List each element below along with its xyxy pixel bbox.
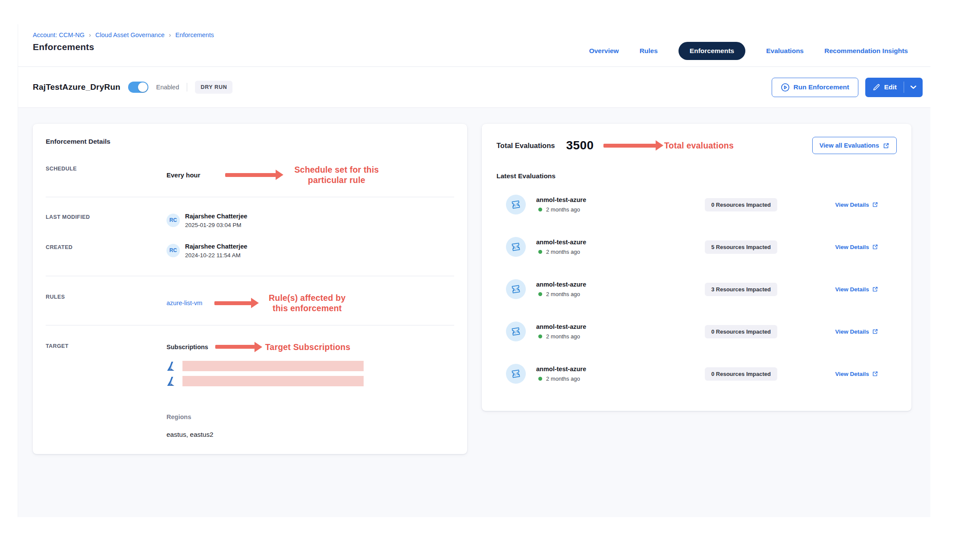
schedule-value-line: Every hour Schedule set for this particu… [166,164,454,186]
pencil-icon [873,83,880,91]
enabled-toggle[interactable] [128,82,148,93]
external-link-icon [872,286,878,292]
edit-label: Edit [884,83,897,91]
tab-enforcements[interactable]: Enforcements [678,42,745,60]
tab-overview[interactable]: Overview [589,47,619,55]
evaluation-rule-icon: </> [506,364,526,384]
evaluation-row: </> anmol-test-azure 2 months ago 0 Reso… [506,353,897,395]
evaluation-name: anmol-test-azure [536,281,666,288]
regions-label: Regions [166,413,454,420]
latest-evaluations-list: </> anmol-test-azure 2 months ago 0 Reso… [496,183,897,395]
edit-menu-toggle[interactable] [904,85,923,89]
evaluation-rule-icon: </> [506,237,526,257]
breadcrumb-enforcements[interactable]: Enforcements [175,32,214,38]
created-row: CREATED RC Rajarshee Chatterjee 2024-10-… [46,243,454,259]
redacted-subscription-name [182,376,364,386]
view-all-label: View all Evaluations [820,142,879,149]
rules-label: RULES [46,293,166,300]
view-all-evaluations-button[interactable]: View all Evaluations [812,137,897,154]
svg-text:</>: </> [512,372,520,377]
time-ago: 2 months ago [546,333,580,340]
evaluation-row: </> anmol-test-azure 2 months ago 0 Reso… [506,183,897,226]
external-link-icon [872,371,878,377]
created-label: CREATED [46,243,166,250]
run-enforcement-label: Run Enforcement [794,83,849,91]
view-details-link[interactable]: View Details [835,286,878,293]
svg-text:</>: </> [512,245,520,250]
time-ago: 2 months ago [546,249,580,255]
external-link-icon [872,328,878,334]
annotation-arrow [214,301,251,305]
evaluation-name: anmol-test-azure [536,239,666,246]
evaluation-rule-icon: </> [506,195,526,215]
evaluation-name: anmol-test-azure [536,323,666,330]
evaluations-card: Total Evaluations 3500 Total evaluations… [482,124,911,411]
annotation-arrow [603,144,656,148]
svg-text:</>: </> [512,287,520,292]
enforcement-header-bar: RajTestAzure_DryRun Enabled DRY RUN Run … [18,67,930,108]
breadcrumb-account[interactable]: Account: CCM-NG [33,32,85,38]
evaluation-time: 2 months ago [536,333,666,340]
view-details-link[interactable]: View Details [835,202,878,208]
evaluation-name-block: anmol-test-azure 2 months ago [536,366,666,382]
resources-impacted-badge: 0 Resources Impacted [705,367,777,381]
breadcrumb-title-block: Account: CCM-NG › Cloud Asset Governance… [33,31,214,66]
evaluations-header: Total Evaluations 3500 Total evaluations… [496,137,897,154]
person-text: Rajarshee Chatterjee 2025-01-29 03:04 PM [185,213,247,228]
tab-recommendation-insights[interactable]: Recommendation Insights [824,47,908,55]
external-link-icon [872,244,878,250]
rules-value-line: azure-list-vm Rule(s) affected by this e… [166,293,454,314]
link-cell: View Details [817,328,897,335]
redacted-subscription-name [182,361,364,371]
view-details-label: View Details [835,202,869,208]
person-date: 2025-01-29 03:04 PM [185,222,247,228]
breadcrumb-cloud-asset-governance[interactable]: Cloud Asset Governance [95,32,164,38]
schedule-value: Every hour [166,171,200,179]
view-details-label: View Details [835,328,869,335]
svg-text:</>: </> [512,329,520,334]
annotation-arrow [225,173,276,177]
tab-evaluations[interactable]: Evaluations [766,47,804,55]
tab-rules[interactable]: Rules [640,47,658,55]
view-details-link[interactable]: View Details [835,371,878,377]
resources-impacted-badge: 3 Resources Impacted [705,283,777,296]
status-dot [538,208,542,211]
enforcement-header-actions: Run Enforcement Edit [772,78,923,97]
view-details-link[interactable]: View Details [835,328,878,335]
status-dot [538,334,542,338]
status-dot [538,250,542,254]
evaluation-row: </> anmol-test-azure 2 months ago 3 Reso… [506,268,897,310]
external-link-icon [883,142,889,149]
resources-impacted-badge: 0 Resources Impacted [705,325,777,338]
evaluation-name-block: anmol-test-azure 2 months ago [536,239,666,255]
avatar: RC [166,214,180,227]
target-type-line: Subscriptions Target Subscriptions [166,342,454,352]
rule-link[interactable]: azure-list-vm [166,300,202,306]
view-details-link[interactable]: View Details [835,244,878,250]
external-link-icon [872,202,878,208]
chevron-down-icon [910,85,917,89]
evaluation-time: 2 months ago [536,291,666,297]
edit-split-button[interactable]: Edit [865,78,923,97]
breadcrumb-separator: › [169,31,171,38]
time-ago: 2 months ago [546,375,580,382]
view-details-label: View Details [835,244,869,250]
link-cell: View Details [817,202,897,208]
annotation-arrow [215,345,255,349]
edit-button[interactable]: Edit [865,83,904,91]
schedule-label: SCHEDULE [46,164,166,172]
total-evaluations-value: 3500 [566,139,594,152]
subscription-item [166,361,454,372]
run-enforcement-button[interactable]: Run Enforcement [772,78,858,97]
evaluation-row: </> anmol-test-azure 2 months ago 0 Reso… [506,310,897,353]
status-dot [538,377,542,381]
link-cell: View Details [817,371,897,377]
enforcement-name: RajTestAzure_DryRun [33,82,120,92]
impact-cell: 0 Resources Impacted [666,198,817,211]
azure-icon [166,361,177,372]
subscription-item [166,376,454,387]
toggle-knob [138,82,148,92]
evaluation-rule-icon: </> [506,322,526,341]
link-cell: View Details [817,286,897,293]
resources-impacted-badge: 0 Resources Impacted [705,198,777,211]
